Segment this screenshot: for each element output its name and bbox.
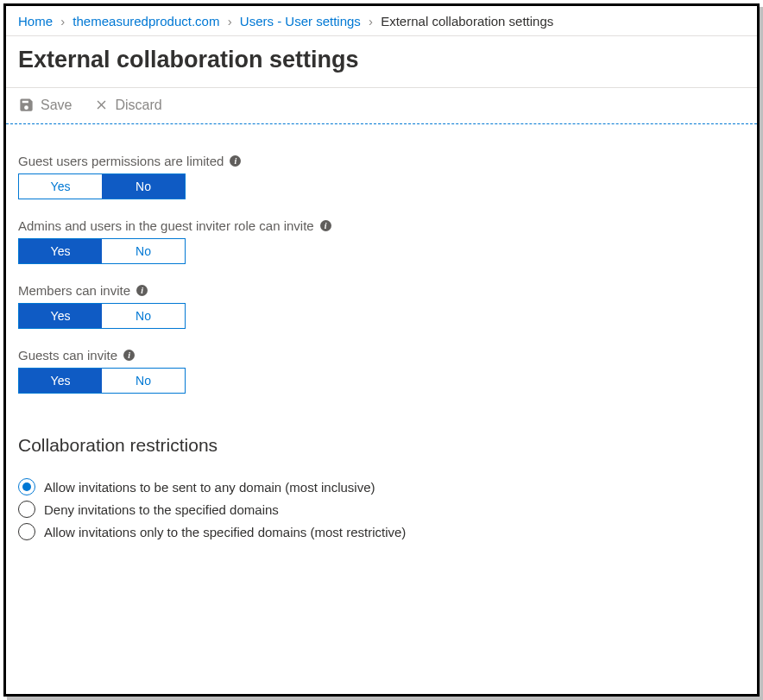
radio-icon — [18, 478, 35, 495]
toggle-no[interactable]: No — [102, 174, 185, 199]
toggle-no[interactable]: No — [102, 239, 185, 263]
radio-allow-any-domain[interactable]: Allow invitations to be sent to any doma… — [18, 478, 745, 495]
discard-button[interactable]: Discard — [94, 98, 161, 113]
field-label: Guests can invite i — [18, 348, 745, 363]
info-icon[interactable]: i — [123, 350, 135, 361]
field-members-can-invite: Members can invite i Yes No — [18, 283, 745, 329]
discard-label: Discard — [115, 98, 161, 113]
toggle-members-can-invite: Yes No — [18, 303, 186, 329]
radio-icon — [18, 523, 35, 540]
breadcrumb: Home › themeasuredproduct.com › Users - … — [6, 6, 757, 36]
toolbar: Save Discard — [6, 87, 757, 124]
toggle-yes[interactable]: Yes — [19, 369, 102, 393]
toggle-admins-can-invite: Yes No — [18, 238, 186, 264]
save-button[interactable]: Save — [18, 97, 72, 113]
restrictions-heading: Collaboration restrictions — [18, 435, 745, 456]
toggle-yes[interactable]: Yes — [19, 304, 102, 328]
breadcrumb-users-settings[interactable]: Users - User settings — [240, 14, 361, 28]
info-icon[interactable]: i — [136, 285, 148, 296]
info-icon[interactable]: i — [320, 220, 331, 231]
chevron-right-icon: › — [228, 14, 232, 28]
content-area: Guest users permissions are limited i Ye… — [6, 124, 757, 558]
breadcrumb-tenant[interactable]: themeasuredproduct.com — [73, 14, 219, 28]
breadcrumb-current: External collaboration settings — [381, 14, 553, 28]
close-icon — [94, 98, 109, 112]
chevron-right-icon: › — [60, 14, 65, 28]
radio-label: Deny invitations to the specified domain… — [44, 502, 279, 517]
toggle-no[interactable]: No — [102, 304, 185, 328]
radio-icon — [18, 501, 35, 518]
breadcrumb-home[interactable]: Home — [18, 14, 53, 28]
label-text: Members can invite — [18, 283, 130, 298]
restrictions-radio-group: Allow invitations to be sent to any doma… — [18, 478, 745, 540]
settings-panel: Home › themeasuredproduct.com › Users - … — [3, 3, 760, 697]
toggle-guests-can-invite: Yes No — [18, 368, 186, 394]
toggle-no[interactable]: No — [102, 369, 185, 393]
radio-allow-only-domains[interactable]: Allow invitations only to the specified … — [18, 523, 745, 540]
radio-deny-domains[interactable]: Deny invitations to the specified domain… — [18, 501, 745, 518]
toggle-yes[interactable]: Yes — [19, 239, 102, 263]
field-admins-can-invite: Admins and users in the guest inviter ro… — [18, 218, 745, 264]
toggle-yes[interactable]: Yes — [19, 174, 102, 199]
page-title: External collaboration settings — [18, 47, 745, 73]
field-label: Admins and users in the guest inviter ro… — [18, 218, 745, 233]
radio-label: Allow invitations only to the specified … — [44, 525, 406, 539]
field-guest-permissions: Guest users permissions are limited i Ye… — [18, 154, 745, 199]
label-text: Guest users permissions are limited — [18, 154, 224, 168]
field-guests-can-invite: Guests can invite i Yes No — [18, 348, 745, 394]
chevron-right-icon: › — [369, 14, 373, 28]
save-label: Save — [41, 98, 72, 113]
info-icon[interactable]: i — [230, 155, 241, 167]
toggle-guest-permissions: Yes No — [18, 173, 186, 199]
radio-label: Allow invitations to be sent to any doma… — [44, 480, 375, 495]
field-label: Members can invite i — [18, 283, 745, 298]
save-icon — [18, 97, 35, 113]
label-text: Admins and users in the guest inviter ro… — [18, 218, 314, 233]
label-text: Guests can invite — [18, 348, 117, 363]
field-label: Guest users permissions are limited i — [18, 154, 745, 168]
